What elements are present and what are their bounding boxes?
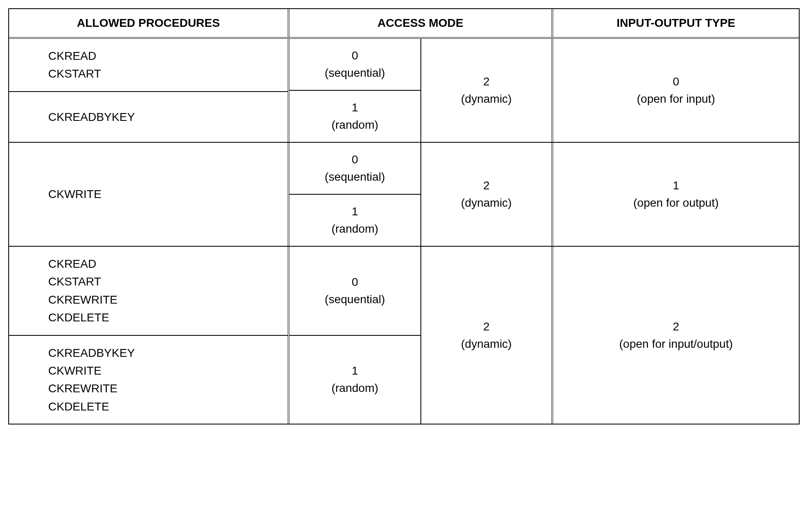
access-mode-value: 1 xyxy=(352,203,358,220)
procedure-name: CKWRITE xyxy=(48,362,275,380)
procedure-name: CKREAD xyxy=(48,255,275,273)
access-mode-value: 1 xyxy=(352,99,358,116)
io-type-note: (open for input) xyxy=(637,90,715,108)
io-type-note: (open for input/output) xyxy=(619,335,733,353)
procedures-table: ALLOWED PROCEDURES ACCESS MODE INPUT-OUT… xyxy=(8,8,800,424)
access-mode-cell: 0 (sequential) xyxy=(289,247,420,336)
procedures-cell: CKREADBYKEY xyxy=(9,92,288,142)
access-mode-note: (dynamic) xyxy=(461,335,512,353)
access-mode-note: (dynamic) xyxy=(461,90,512,108)
procedures-cell: CKREADBYKEY CKWRITE CKREWRITE CKDELETE xyxy=(9,336,288,424)
access-mode-value: 1 xyxy=(352,362,358,380)
access-mode-value: 0 xyxy=(352,274,358,291)
access-mode-value: 0 xyxy=(352,151,358,168)
procedure-name: CKSTART xyxy=(48,65,275,83)
io-type-value: 0 xyxy=(673,73,679,90)
header-access-mode: ACCESS MODE xyxy=(289,9,553,37)
access-mode-cell: 2 (dynamic) xyxy=(421,143,552,246)
procedure-name: CKREADBYKEY xyxy=(48,344,275,362)
table-header-row: ALLOWED PROCEDURES ACCESS MODE INPUT-OUT… xyxy=(9,9,799,39)
access-mode-note: (dynamic) xyxy=(461,194,512,212)
access-mode-note: (sequential) xyxy=(325,168,385,186)
access-mode-cell: 1 (random) xyxy=(289,195,420,246)
access-mode-note: (random) xyxy=(331,220,378,238)
table-row: CKWRITE 0 (sequential) 1 (random) 2 (dyn… xyxy=(9,143,799,247)
procedure-name: CKREWRITE xyxy=(48,291,275,309)
procedure-name: CKDELETE xyxy=(48,309,275,326)
access-mode-cell: 1 (random) xyxy=(289,336,420,424)
io-type-cell: 1 (open for output) xyxy=(553,143,799,246)
header-io-type: INPUT-OUTPUT TYPE xyxy=(553,9,799,37)
procedure-name: CKDELETE xyxy=(48,398,275,415)
io-type-cell: 0 (open for input) xyxy=(553,39,799,142)
table-row: CKREAD CKSTART CKREWRITE CKDELETE CKREAD… xyxy=(9,247,799,424)
table-row: CKREAD CKSTART CKREADBYKEY 0 (sequential… xyxy=(9,39,799,143)
access-mode-value: 2 xyxy=(483,318,490,335)
access-mode-cell: 0 (sequential) xyxy=(289,143,420,195)
procedures-cell: CKREAD CKSTART xyxy=(9,39,288,92)
procedures-cell: CKREAD CKSTART CKREWRITE CKDELETE xyxy=(9,247,288,336)
io-type-cell: 2 (open for input/output) xyxy=(553,247,799,424)
access-mode-note: (random) xyxy=(331,380,378,397)
procedures-cell: CKWRITE xyxy=(9,143,288,246)
io-type-value: 1 xyxy=(673,177,679,194)
io-type-value: 2 xyxy=(673,318,679,335)
access-mode-cell: 2 (dynamic) xyxy=(421,39,552,142)
procedure-name: CKWRITE xyxy=(48,185,275,203)
procedure-name: CKREWRITE xyxy=(48,380,275,397)
access-mode-cell: 0 (sequential) xyxy=(289,39,420,91)
procedure-name: CKREAD xyxy=(48,47,275,65)
access-mode-note: (sequential) xyxy=(325,291,385,308)
access-mode-note: (sequential) xyxy=(325,64,385,82)
procedure-name: CKSTART xyxy=(48,273,275,290)
header-procedures: ALLOWED PROCEDURES xyxy=(9,9,289,37)
io-type-note: (open for output) xyxy=(633,194,718,212)
access-mode-value: 2 xyxy=(483,177,490,194)
access-mode-note: (random) xyxy=(331,116,378,134)
access-mode-value: 2 xyxy=(483,73,490,90)
access-mode-cell: 2 (dynamic) xyxy=(421,247,552,424)
access-mode-value: 0 xyxy=(352,47,358,64)
procedure-name: CKREADBYKEY xyxy=(48,108,275,126)
access-mode-cell: 1 (random) xyxy=(289,91,420,142)
